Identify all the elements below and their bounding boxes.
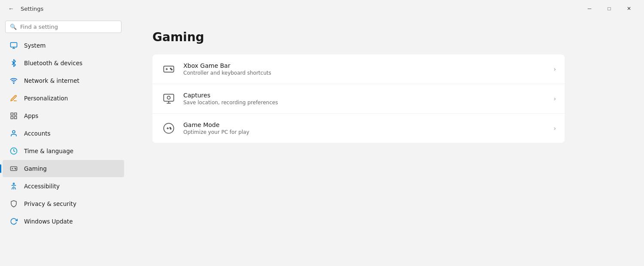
chevron-right-icon: ›	[553, 125, 556, 132]
bluetooth-icon	[9, 59, 18, 67]
minimize-button[interactable]: ─	[580, 2, 599, 15]
setting-desc-xbox-game-bar: Controller and keyboard shortcuts	[183, 70, 547, 76]
sidebar-item-accessibility[interactable]: Accessibility	[3, 178, 124, 195]
nav-list: SystemBluetooth & devicesNetwork & inter…	[0, 36, 127, 230]
search-input[interactable]	[20, 24, 117, 30]
sidebar-item-label-time: Time & language	[24, 148, 73, 154]
svg-rect-2	[11, 113, 13, 115]
chevron-right-icon: ›	[553, 66, 556, 73]
setting-desc-game-mode: Optimize your PC for play	[183, 129, 547, 135]
sidebar-item-label-personalization: Personalization	[24, 95, 68, 102]
svg-rect-15	[164, 94, 173, 101]
svg-point-19	[170, 128, 171, 129]
accounts-icon	[9, 129, 18, 138]
svg-point-16	[167, 96, 170, 99]
svg-rect-4	[15, 117, 17, 119]
sidebar-item-system[interactable]: System	[3, 37, 124, 54]
svg-rect-0	[11, 42, 17, 47]
sidebar-item-update[interactable]: Windows Update	[3, 213, 124, 230]
setting-item-captures[interactable]: CapturesSave location, recording prefere…	[152, 84, 565, 114]
sidebar: 🔍 SystemBluetooth & devicesNetwork & int…	[0, 17, 127, 266]
sidebar-item-accounts[interactable]: Accounts	[3, 125, 124, 142]
sidebar-item-apps[interactable]: Apps	[3, 107, 124, 124]
svg-point-13	[170, 68, 171, 69]
setting-title-game-mode: Game Mode	[183, 121, 547, 128]
app-title: Settings	[21, 6, 43, 12]
search-icon: 🔍	[10, 24, 17, 30]
sidebar-item-network[interactable]: Network & internet	[3, 72, 124, 89]
window-controls: ─ □ ✕	[580, 2, 639, 15]
sidebar-item-time[interactable]: Time & language	[3, 142, 124, 160]
personalization-icon	[9, 94, 18, 103]
chevron-right-icon: ›	[553, 95, 556, 102]
setting-item-xbox-game-bar[interactable]: Xbox Game BarController and keyboard sho…	[152, 54, 565, 84]
gamebar-icon	[161, 61, 176, 77]
setting-desc-captures: Save location, recording preferences	[183, 100, 547, 106]
sidebar-item-label-accessibility: Accessibility	[24, 183, 60, 190]
sidebar-item-label-privacy: Privacy & security	[24, 200, 76, 207]
sidebar-item-personalization[interactable]: Personalization	[3, 90, 124, 107]
settings-list: Xbox Game BarController and keyboard sho…	[152, 54, 565, 143]
sidebar-item-bluetooth[interactable]: Bluetooth & devices	[3, 54, 124, 72]
main-content: Gaming Xbox Game BarController and keybo…	[127, 17, 644, 266]
sidebar-item-label-update: Windows Update	[24, 218, 73, 225]
maximize-button[interactable]: □	[599, 2, 619, 15]
privacy-icon	[9, 200, 18, 208]
close-button[interactable]: ✕	[619, 2, 639, 15]
search-box[interactable]: 🔍	[5, 21, 122, 33]
accessibility-icon	[9, 182, 18, 190]
svg-rect-5	[11, 117, 13, 119]
time-icon	[9, 147, 18, 155]
sidebar-item-gaming[interactable]: Gaming	[3, 160, 124, 177]
sidebar-item-label-gaming: Gaming	[24, 165, 47, 172]
svg-rect-3	[15, 113, 17, 115]
setting-title-xbox-game-bar: Xbox Game Bar	[183, 62, 547, 69]
network-icon	[9, 76, 18, 85]
app-body: 🔍 SystemBluetooth & devicesNetwork & int…	[0, 17, 644, 266]
page-title: Gaming	[152, 30, 618, 44]
svg-point-14	[171, 69, 172, 70]
svg-point-11	[13, 183, 15, 184]
gamemode-icon	[161, 121, 176, 136]
svg-point-10	[15, 169, 16, 169]
sidebar-item-label-network: Network & internet	[24, 77, 79, 84]
sidebar-item-label-system: System	[24, 42, 46, 49]
titlebar: ← Settings ─ □ ✕	[0, 0, 644, 17]
sidebar-item-privacy[interactable]: Privacy & security	[3, 195, 124, 212]
svg-point-1	[13, 83, 14, 84]
sidebar-item-label-bluetooth: Bluetooth & devices	[24, 60, 82, 66]
captures-icon	[161, 91, 176, 106]
update-icon	[9, 217, 18, 226]
system-icon	[9, 41, 18, 50]
gaming-icon	[9, 164, 18, 173]
back-button[interactable]: ←	[5, 3, 17, 15]
sidebar-item-label-apps: Apps	[24, 112, 38, 119]
setting-title-captures: Captures	[183, 92, 547, 99]
sidebar-item-label-accounts: Accounts	[24, 130, 51, 137]
setting-item-game-mode[interactable]: Game ModeOptimize your PC for play›	[152, 114, 565, 143]
apps-icon	[9, 112, 18, 120]
svg-point-6	[12, 130, 15, 133]
